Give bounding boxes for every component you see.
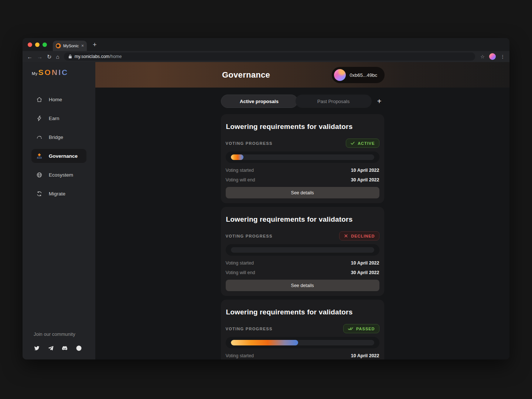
progress-bar bbox=[226, 244, 379, 256]
ballot-icon bbox=[36, 153, 42, 159]
progress-track bbox=[231, 340, 374, 345]
lightning-icon bbox=[36, 115, 42, 122]
progress-fill bbox=[231, 340, 298, 345]
voting-end-row: Voting will end 30 April 2022 bbox=[226, 177, 379, 183]
status-text: PASSED bbox=[356, 327, 375, 331]
voting-started-label: Voting started bbox=[226, 260, 254, 266]
logo-prefix: My bbox=[32, 71, 38, 76]
proposal-meta-row: VOTING PROGRESS PASSED bbox=[226, 324, 379, 333]
sidebar-item-label: Governance bbox=[49, 153, 78, 159]
new-tab-button[interactable]: + bbox=[93, 41, 97, 48]
sidebar-item-label: Earn bbox=[49, 116, 59, 121]
voting-end-label: Voting will end bbox=[226, 270, 255, 275]
zoom-window-button[interactable] bbox=[42, 42, 47, 47]
add-proposal-button[interactable]: + bbox=[375, 98, 384, 105]
voting-started-label: Voting started bbox=[226, 168, 254, 173]
check-icon bbox=[350, 141, 355, 146]
sidebar-item-label: Bridge bbox=[49, 134, 63, 140]
proposal-title: Lowering requirements for validators bbox=[226, 123, 379, 131]
proposals-tabs: Active proposals Past Proposals + bbox=[221, 95, 384, 108]
progress-track bbox=[231, 154, 374, 160]
url-domain: my.soniclabs.com bbox=[75, 54, 109, 59]
proposal-card: Lowering requirements for validators VOT… bbox=[221, 114, 384, 203]
voting-progress-label: VOTING PROGRESS bbox=[226, 234, 273, 238]
sidebar-item-label: Ecosystem bbox=[49, 172, 73, 178]
sidebar-item-bridge[interactable]: Bridge bbox=[31, 130, 86, 144]
voting-started-label: Voting started bbox=[226, 353, 254, 358]
voting-started-value: 10 April 2022 bbox=[351, 260, 379, 266]
voting-end-value: 30 April 2022 bbox=[351, 177, 379, 183]
voting-started-row: Voting started 10 April 2022 bbox=[226, 353, 379, 358]
bridge-icon bbox=[36, 134, 42, 140]
sidebar-item-label: Migrate bbox=[49, 191, 65, 197]
main-area: Governance 0xb65...49bc Active proposals… bbox=[95, 62, 509, 359]
sidebar-item-governance[interactable]: Governance bbox=[31, 149, 86, 163]
minimize-window-button[interactable] bbox=[35, 42, 40, 47]
globe-icon[interactable] bbox=[76, 345, 82, 351]
tab-close-icon[interactable]: × bbox=[81, 44, 84, 48]
status-text: DECLINED bbox=[351, 234, 375, 238]
sidebar-nav: Home Earn Bridge bbox=[23, 92, 95, 205]
progress-bar bbox=[226, 337, 379, 348]
tab-active-proposals[interactable]: Active proposals bbox=[221, 95, 298, 108]
proposal-meta-row: VOTING PROGRESS ACTIVE bbox=[226, 139, 379, 148]
sidebar-item-earn[interactable]: Earn bbox=[31, 111, 86, 125]
status-badge: PASSED bbox=[343, 324, 379, 333]
globe-icon bbox=[36, 172, 42, 178]
voting-started-row: Voting started 10 April 2022 bbox=[226, 260, 379, 266]
home-icon bbox=[36, 96, 42, 103]
browser-menu-icon[interactable]: ⋮ bbox=[500, 54, 505, 59]
voting-started-value: 10 April 2022 bbox=[351, 353, 379, 358]
sidebar-footer: Join our community bbox=[23, 331, 95, 351]
site-favicon-icon bbox=[56, 43, 61, 48]
url-text: my.soniclabs.com/home bbox=[75, 54, 122, 59]
browser-window: MySonic × + ← → ↻ ⌂ my.soniclabs.com/hom… bbox=[23, 38, 509, 359]
close-window-button[interactable] bbox=[28, 42, 32, 47]
community-icons bbox=[34, 345, 95, 351]
voting-progress-label: VOTING PROGRESS bbox=[226, 327, 273, 331]
app-root: My SONIC Home Earn bbox=[23, 62, 509, 359]
forward-icon[interactable]: → bbox=[37, 54, 42, 59]
app-logo[interactable]: My SONIC bbox=[23, 68, 95, 83]
status-text: ACTIVE bbox=[358, 141, 375, 146]
discord-icon[interactable] bbox=[62, 345, 68, 351]
sidebar-item-label: Home bbox=[49, 97, 62, 102]
progress-bar bbox=[226, 151, 379, 163]
back-icon[interactable]: ← bbox=[27, 54, 33, 59]
reload-icon[interactable]: ↻ bbox=[47, 54, 52, 59]
lock-icon bbox=[68, 54, 72, 59]
wallet-chip[interactable]: 0xb65...49bc bbox=[332, 67, 385, 83]
wallet-avatar bbox=[334, 69, 346, 81]
tab-title: MySonic bbox=[63, 44, 79, 48]
page-header: Governance 0xb65...49bc bbox=[95, 62, 509, 88]
voting-end-value: 30 April 2022 bbox=[351, 270, 379, 275]
double-check-icon bbox=[348, 326, 354, 331]
home-icon[interactable]: ⌂ bbox=[56, 54, 59, 59]
sidebar: My SONIC Home Earn bbox=[23, 62, 95, 359]
browser-toolbar: ← → ↻ ⌂ my.soniclabs.com/home ☆ ⋮ bbox=[23, 51, 509, 62]
see-details-button[interactable]: See details bbox=[226, 187, 379, 198]
proposal-title: Lowering requirements for validators bbox=[226, 215, 379, 224]
migrate-icon bbox=[36, 191, 42, 197]
voting-started-value: 10 April 2022 bbox=[351, 168, 379, 173]
wallet-address: 0xb65...49bc bbox=[350, 72, 377, 78]
url-path: /home bbox=[109, 54, 122, 59]
traffic-lights bbox=[28, 42, 47, 47]
browser-tabstrip: MySonic × + bbox=[23, 38, 509, 51]
tab-past-proposals[interactable]: Past Proposals bbox=[296, 95, 372, 108]
address-bar[interactable]: my.soniclabs.com/home bbox=[64, 52, 475, 61]
sidebar-item-ecosystem[interactable]: Ecosystem bbox=[31, 168, 86, 182]
voting-started-row: Voting started 10 April 2022 bbox=[226, 168, 379, 173]
sidebar-item-migrate[interactable]: Migrate bbox=[31, 187, 86, 201]
telegram-icon[interactable] bbox=[48, 345, 54, 351]
bookmark-star-icon[interactable]: ☆ bbox=[480, 54, 485, 59]
progress-track bbox=[231, 247, 374, 253]
browser-profile-avatar[interactable] bbox=[489, 53, 496, 60]
browser-tab[interactable]: MySonic × bbox=[53, 41, 87, 51]
community-label: Join our community bbox=[34, 331, 95, 337]
sidebar-item-home[interactable]: Home bbox=[31, 92, 86, 106]
status-badge: ACTIVE bbox=[346, 139, 379, 148]
twitter-icon[interactable] bbox=[34, 345, 40, 351]
proposals-content: Active proposals Past Proposals + Loweri… bbox=[221, 95, 384, 359]
see-details-button[interactable]: See details bbox=[226, 280, 379, 291]
